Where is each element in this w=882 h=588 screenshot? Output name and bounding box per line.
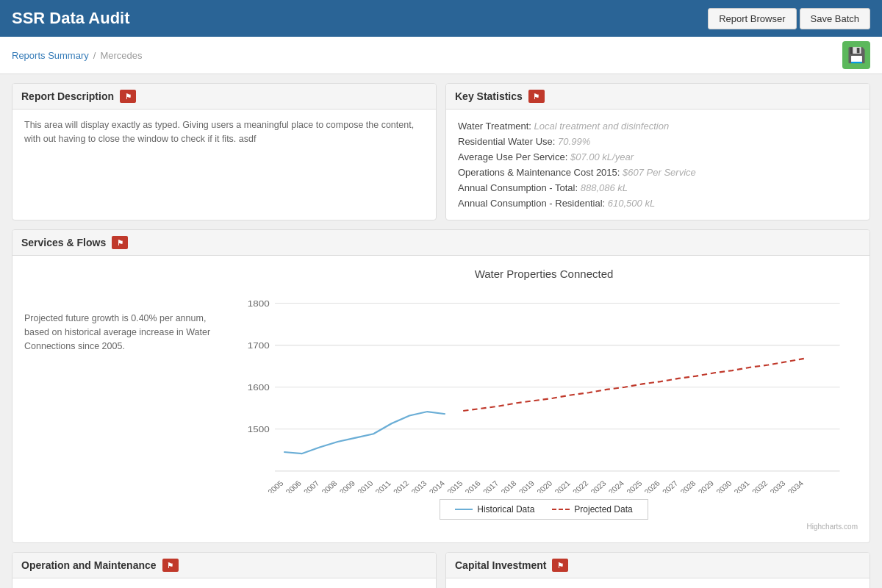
key-statistics-body: Water Treatment: Local treatment and dis…: [446, 110, 870, 220]
svg-text:2012: 2012: [392, 479, 411, 493]
report-description-header: Report Description ⚑: [12, 84, 436, 110]
svg-text:2016: 2016: [464, 479, 483, 493]
svg-text:2027: 2027: [661, 479, 680, 493]
capital-investment-body: Key Projects:: [446, 578, 870, 588]
breadcrumb-separator: /: [93, 50, 96, 61]
report-description-panel: Report Description ⚑ This area will disp…: [12, 83, 437, 220]
chart-container: 1800 1700 1600 1500: [230, 287, 858, 493]
breadcrumb: Reports Summary / Mercedes: [12, 50, 142, 61]
svg-text:2009: 2009: [338, 479, 357, 493]
stat-item: Annual Consumption - Residential: 610,50…: [458, 196, 858, 211]
bottom-row: Operation and Maintenance ⚑ Capital Inve…: [12, 552, 870, 588]
operation-maintenance-flag[interactable]: ⚑: [162, 559, 179, 572]
svg-text:2028: 2028: [678, 479, 698, 493]
breadcrumb-reports-summary[interactable]: Reports Summary: [12, 50, 89, 61]
key-statistics-header: Key Statistics ⚑: [446, 84, 870, 110]
key-statistics-panel: Key Statistics ⚑ Water Treatment: Local …: [445, 83, 870, 220]
svg-text:2021: 2021: [553, 479, 573, 493]
legend-projected: Projected Data: [552, 504, 632, 514]
chart-title: Water Properties Connected: [230, 268, 858, 280]
svg-text:2008: 2008: [320, 479, 339, 493]
svg-text:1700: 1700: [248, 341, 270, 351]
svg-text:2014: 2014: [428, 479, 447, 493]
operation-maintenance-body: [12, 578, 436, 588]
svg-text:1600: 1600: [248, 383, 270, 392]
stats-list: Water Treatment: Local treatment and dis…: [458, 118, 858, 211]
svg-text:2018: 2018: [499, 479, 518, 493]
key-statistics-flag[interactable]: ⚑: [528, 90, 545, 103]
stat-label: Residential Water Use:: [458, 136, 555, 147]
breadcrumb-bar: Reports Summary / Mercedes 💾: [0, 37, 882, 74]
capital-investment-flag[interactable]: ⚑: [552, 559, 568, 572]
svg-text:2030: 2030: [714, 479, 734, 493]
projected-label: Projected Data: [574, 504, 632, 514]
stat-value: Local treatment and disinfection: [534, 121, 670, 132]
svg-text:2025: 2025: [625, 479, 644, 493]
stat-value: $607 Per Service: [623, 167, 696, 178]
save-icon-button[interactable]: 💾: [842, 41, 870, 69]
report-browser-button[interactable]: Report Browser: [708, 8, 796, 29]
stat-label: Annual Consumption - Residential:: [458, 198, 605, 209]
header-actions: Report Browser Save Batch: [708, 8, 870, 29]
services-flows-body: Projected future growth is 0.40% per ann…: [12, 256, 870, 542]
historical-label: Historical Data: [477, 504, 534, 514]
stat-item: Average Use Per Service: $07.00 kL/year: [458, 149, 858, 165]
projected-line-icon: [552, 509, 570, 510]
chart-legend: Historical Data Projected Data: [440, 499, 648, 520]
chart-svg: 1800 1700 1600 1500: [230, 287, 858, 493]
app-header: SSR Data Audit Report Browser Save Batch: [0, 0, 882, 37]
report-description-text: This area will display exactly as typed.…: [24, 118, 424, 146]
save-batch-button[interactable]: Save Batch: [800, 8, 871, 29]
report-description-title: Report Description: [21, 90, 114, 102]
svg-text:2013: 2013: [409, 479, 429, 493]
stat-item: Water Treatment: Local treatment and dis…: [458, 118, 858, 134]
svg-text:1500: 1500: [248, 425, 270, 434]
services-flows-flag[interactable]: ⚑: [112, 236, 128, 249]
svg-text:2015: 2015: [445, 479, 465, 493]
stat-item: Annual Consumption - Total: 888,086 kL: [458, 180, 858, 196]
historical-line-icon: [455, 509, 473, 510]
stat-value: $07.00 kL/year: [570, 151, 634, 162]
svg-text:2005: 2005: [266, 479, 285, 493]
operation-maintenance-panel: Operation and Maintenance ⚑: [12, 552, 437, 588]
svg-text:2034: 2034: [786, 479, 806, 493]
svg-text:2010: 2010: [356, 479, 375, 493]
report-description-flag[interactable]: ⚑: [120, 90, 136, 103]
app-title: SSR Data Audit: [12, 9, 130, 28]
svg-text:2031: 2031: [733, 479, 752, 493]
report-description-body: This area will display exactly as typed.…: [12, 110, 436, 155]
svg-text:2029: 2029: [697, 479, 716, 493]
highcharts-credit: Highcharts.com: [230, 523, 858, 531]
operation-maintenance-title: Operation and Maintenance: [21, 559, 157, 571]
stat-item: Operations & Maintenance Cost 2015: $607…: [458, 165, 858, 180]
operation-maintenance-header: Operation and Maintenance ⚑: [12, 553, 436, 578]
svg-text:2020: 2020: [535, 479, 554, 493]
svg-text:1800: 1800: [248, 299, 270, 309]
svg-text:2033: 2033: [768, 479, 787, 493]
svg-text:2007: 2007: [302, 479, 321, 493]
svg-text:2006: 2006: [284, 479, 304, 493]
stat-item: Residential Water Use: 70.99%: [458, 134, 858, 149]
capital-investment-panel: Capital Investment ⚑ Key Projects:: [445, 552, 870, 588]
chart-area: Water Properties Connected 1800 1700 160…: [230, 268, 858, 531]
stat-label: Water Treatment:: [458, 121, 531, 132]
key-statistics-title: Key Statistics: [455, 90, 523, 102]
stat-value: 70.99%: [558, 136, 590, 147]
svg-text:2022: 2022: [571, 479, 590, 493]
svg-text:2024: 2024: [607, 479, 626, 493]
services-flows-title: Services & Flows: [21, 237, 106, 248]
svg-text:2026: 2026: [643, 479, 662, 493]
svg-text:2019: 2019: [517, 479, 537, 493]
floppy-disk-icon: 💾: [847, 46, 866, 64]
breadcrumb-current: Mercedes: [100, 50, 142, 61]
svg-text:2017: 2017: [481, 479, 501, 493]
services-description-text: Projected future growth is 0.40% per ann…: [24, 268, 215, 531]
top-row: Report Description ⚑ This area will disp…: [12, 83, 870, 220]
svg-text:2011: 2011: [374, 479, 393, 493]
stat-label: Operations & Maintenance Cost 2015:: [458, 167, 620, 178]
capital-investment-header: Capital Investment ⚑: [446, 553, 870, 578]
services-flows-header: Services & Flows ⚑: [12, 230, 870, 256]
stat-label: Annual Consumption - Total:: [458, 182, 578, 193]
svg-text:2023: 2023: [589, 479, 608, 493]
legend-historical: Historical Data: [455, 504, 534, 514]
